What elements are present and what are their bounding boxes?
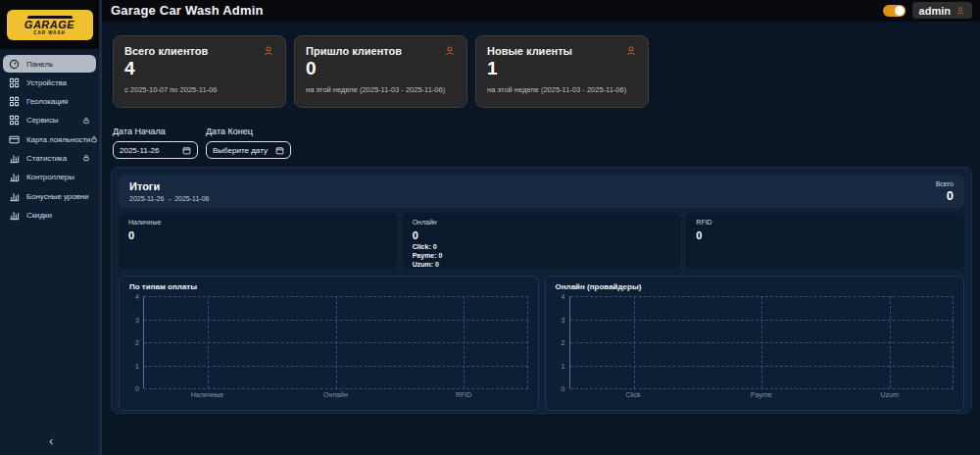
- calendar-icon: [275, 146, 284, 155]
- date-filters: Дата Начала 2025-11-26 Дата Конец Выбери…: [113, 126, 291, 159]
- sidebar-item-label: Контроллеры: [26, 173, 74, 181]
- sidebar-item-bonus-levels[interactable]: Бонусные уровни: [3, 187, 96, 205]
- top-bar-actions: admin: [883, 2, 972, 19]
- sidebar-item-statistics[interactable]: Статистика: [3, 149, 96, 167]
- sidebar-item-geolocation[interactable]: Геолокация: [3, 93, 96, 111]
- card-subtitle: на этой неделе (2025-11-03 - 2025-11-06): [306, 85, 456, 94]
- sidebar-item-loyalty-card[interactable]: Карта лояльности: [3, 130, 96, 148]
- page-title: Garage Car Wash Admin: [111, 3, 264, 18]
- card-arrived-clients: Пришло клиентов 0 на этой неделе (2025-1…: [294, 35, 467, 108]
- gauge-icon: [9, 59, 20, 70]
- end-date-filter: Дата Конец Выберите дату: [206, 126, 291, 159]
- end-date-placeholder: Выберите дату: [213, 146, 268, 155]
- bar-chart-icon: [9, 172, 20, 182]
- person-icon: [956, 6, 965, 16]
- lock-icon: [90, 135, 98, 143]
- summary-date-range: 2025-11-26 → 2025-11-06: [129, 195, 209, 202]
- y-tick-label: 3: [135, 316, 139, 323]
- grid-icon: [9, 77, 20, 88]
- user-menu[interactable]: admin: [912, 2, 972, 19]
- summary-header: Итоги 2025-11-26 → 2025-11-06 Всего 0: [119, 175, 964, 208]
- grid-icon: [9, 96, 20, 107]
- sidebar-item-label: Устройства: [26, 78, 67, 87]
- x-tick-label: Наличные: [191, 391, 223, 398]
- calendar-icon: [182, 146, 191, 155]
- person-icon: [444, 45, 456, 57]
- lock-icon: [82, 154, 90, 162]
- x-tick-label: Uzum: [880, 391, 898, 398]
- chart-title: Онлайн (провайдеры): [556, 282, 955, 291]
- summary-box-online: Онлайн 0 Click: 0 Payme: 0 Uzum: 0: [403, 213, 681, 269]
- y-tick-label: 2: [562, 339, 565, 346]
- chart-x-axis: ClickPaymeUzum: [569, 388, 955, 400]
- chart-title: По типам оплаты: [129, 282, 528, 291]
- card-title: Новые клиенты: [487, 45, 572, 57]
- y-tick-label: 0: [135, 385, 139, 392]
- v-gridline: [953, 296, 954, 388]
- card-title: Всего клиентов: [124, 45, 208, 57]
- card-subtitle: с 2025-10-07 по 2025-11-06: [124, 85, 274, 94]
- sidebar-item-services[interactable]: Сервисы: [3, 112, 96, 129]
- payment-types-chart: По типам оплаты 01234 НаличныеОнлайнRFID: [119, 276, 539, 411]
- summary-boxes-row: Наличные 0 Онлайн 0 Click: 0 Payme: 0 Uz…: [119, 213, 964, 269]
- x-tick-label: RFID: [456, 391, 471, 398]
- v-gridline: [890, 296, 891, 388]
- v-gridline: [527, 296, 528, 388]
- summary-detail-click: Click: 0: [413, 243, 671, 250]
- toggle-knob: [895, 6, 905, 16]
- chart-x-axis: НаличныеОнлайнRFID: [143, 388, 528, 400]
- summary-panel: Итоги 2025-11-26 → 2025-11-06 Всего 0 На…: [111, 167, 972, 414]
- y-tick-label: 1: [562, 362, 565, 369]
- charts-row: По типам оплаты 01234 НаличныеОнлайнRFID…: [119, 276, 964, 411]
- summary-box-label: Онлайн: [413, 219, 671, 226]
- summary-total: Всего 0: [936, 180, 954, 203]
- sidebar-item-dashboard[interactable]: Панель: [3, 55, 96, 73]
- chevron-left-icon: [47, 437, 56, 446]
- y-tick-label: 0: [562, 385, 565, 392]
- online-providers-chart: Онлайн (провайдеры) 01234 ClickPaymeUzum: [545, 276, 965, 411]
- summary-box-value: 0: [413, 229, 671, 241]
- lock-icon: [82, 117, 90, 125]
- x-tick-label: Онлайн: [323, 391, 348, 398]
- sidebar-item-label: Панель: [26, 60, 53, 69]
- sidebar-logo-area: GARAGE CAR WASH: [0, 0, 99, 49]
- grid-icon: [9, 115, 20, 126]
- sidebar-item-devices[interactable]: Устройства: [3, 74, 96, 91]
- card-new-clients: Новые клиенты 1 на этой неделе (2025-11-…: [475, 35, 649, 108]
- chart-y-axis: 01234: [556, 296, 569, 388]
- v-gridline: [761, 296, 762, 388]
- y-tick-label: 3: [562, 316, 565, 323]
- sidebar-item-label: Статистика: [26, 154, 67, 163]
- v-gridline: [634, 296, 635, 388]
- sidebar-item-label: Карта лояльности: [26, 135, 90, 144]
- theme-toggle[interactable]: [883, 5, 906, 17]
- summary-box-rfid: RFID 0: [686, 213, 964, 269]
- summary-box-cash: Наличные 0: [119, 213, 397, 269]
- v-gridline: [336, 296, 337, 388]
- chart-body: 01234: [556, 296, 955, 388]
- sidebar: GARAGE CAR WASH Панель Устройства Геолок…: [0, 0, 102, 455]
- card-value: 0: [306, 58, 456, 79]
- summary-box-label: Наличные: [128, 219, 387, 226]
- summary-title: Итоги: [129, 180, 209, 192]
- person-icon: [263, 45, 274, 57]
- sidebar-collapse-button[interactable]: [0, 432, 102, 450]
- card-value: 1: [487, 58, 637, 79]
- bar-chart-icon: [9, 191, 20, 202]
- end-date-input[interactable]: Выберите дату: [206, 141, 291, 159]
- sidebar-item-controllers[interactable]: Контроллеры: [3, 169, 96, 186]
- card-total-clients: Всего клиентов 4 с 2025-10-07 по 2025-11…: [113, 35, 286, 108]
- v-gridline: [464, 296, 465, 388]
- chart-plot: [569, 296, 955, 388]
- end-date-label: Дата Конец: [206, 126, 291, 136]
- start-date-filter: Дата Начала 2025-11-26: [113, 126, 198, 159]
- brand-logo[interactable]: GARAGE CAR WASH: [7, 10, 93, 40]
- y-tick-label: 1: [135, 362, 139, 369]
- sidebar-item-label: Сервисы: [26, 116, 58, 125]
- sidebar-item-discounts[interactable]: Скидки: [3, 206, 96, 224]
- sidebar-nav: Панель Устройства Геолокация Сервисы: [0, 49, 99, 224]
- y-tick-label: 4: [562, 293, 565, 300]
- x-tick-label: Payme: [751, 391, 772, 398]
- username: admin: [919, 5, 951, 17]
- start-date-input[interactable]: 2025-11-26: [113, 141, 198, 159]
